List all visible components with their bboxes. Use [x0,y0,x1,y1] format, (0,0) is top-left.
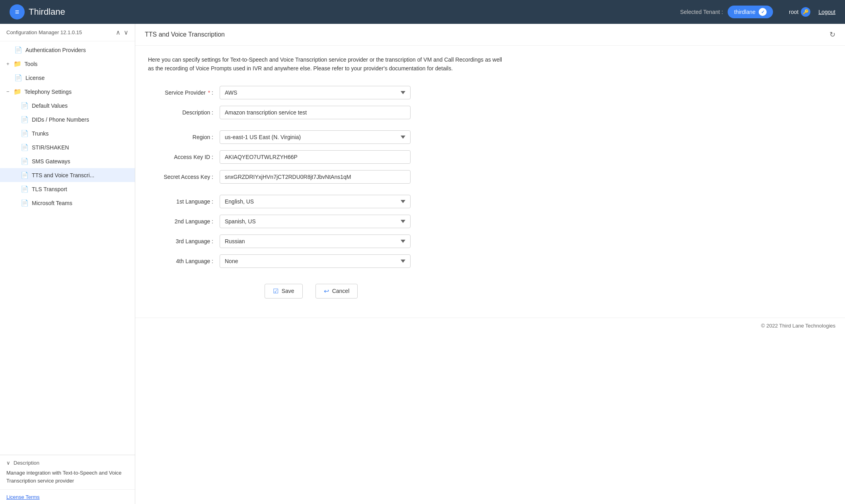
service-provider-control: AWS Google Azure None [220,86,411,99]
folder-icon: 📁 [14,88,21,95]
collapse-up-icon[interactable]: ∧ [116,29,121,36]
save-label: Save [282,288,294,294]
sidebar-footer: License Terms [0,489,135,504]
form-spacer-2 [148,190,474,195]
main-layout: Configuration Manager 12.1.0.15 ∧ ∨ 📄 Au… [0,24,845,504]
secret-access-key-row: Secret Access Key : [148,170,474,184]
access-key-id-row: Access Key ID : [148,150,474,164]
sidebar-nav: 📄 Authentication Providers + 📁 Tools 📄 L… [0,41,135,455]
sidebar-item-label: Tools [25,61,38,67]
username: root [789,9,798,15]
lang4-row: 4th Language : None Russian French Germa… [148,254,474,268]
sidebar-description-toggle[interactable]: ∨ Description [6,460,129,466]
sidebar-item-tools[interactable]: + 📁 Tools [0,57,135,71]
tenant-selector-area: Selected Tenant : thirdlane ✓ [680,6,773,18]
lang2-control: None Spanish, US French German [220,215,411,228]
secret-access-key-input[interactable] [220,170,411,184]
sidebar-item-label: Default Values [32,103,68,109]
sidebar-item-tts-voice[interactable]: 📄 TTS and Voice Transcri... [0,168,135,182]
content-header: TTS and Voice Transcription ↻ [135,24,845,46]
service-provider-select[interactable]: AWS Google Azure None [220,86,411,99]
collapse-down-icon[interactable]: ∨ [124,29,129,36]
doc-icon: 📄 [21,116,29,123]
sidebar-item-trunks[interactable]: 📄 Trunks [0,126,135,140]
doc-icon: 📄 [21,157,29,165]
lang3-control: None Russian French German [220,235,411,248]
license-link[interactable]: License Terms [6,494,40,500]
region-label: Region : [148,134,220,140]
sidebar-item-label: TLS Transport [32,186,67,192]
secret-access-key-label: Secret Access Key : [148,174,220,180]
access-key-id-input[interactable] [220,150,411,164]
sidebar-item-label: Authentication Providers [25,47,86,53]
region-control: us-east-1 US East (N. Virginia) us-west-… [220,130,411,144]
access-key-id-label: Access Key ID : [148,154,220,160]
sidebar-item-label: Microsoft Teams [32,200,72,206]
content-footer: © 2022 Third Lane Technologies [135,318,845,333]
folder-icon: 📁 [14,60,21,68]
doc-icon: 📄 [21,102,29,109]
cancel-icon: ↩ [324,287,329,295]
doc-icon: 📄 [21,130,29,137]
sidebar-item-label: Telephony Settings [25,89,72,95]
content-body: Here you can specify settings for Text-t… [135,46,845,318]
tenant-dropdown[interactable]: thirdlane ✓ [728,6,773,18]
user-info: root 🔑 [789,7,810,17]
expand-icon: + [6,61,10,67]
doc-icon: 📄 [21,199,29,207]
description-input[interactable] [220,106,411,119]
lang4-label: 4th Language : [148,258,220,264]
doc-icon: 📄 [21,171,29,179]
description-chevron-icon: ∨ [6,460,10,466]
sidebar-item-label: DIDs / Phone Numbers [32,116,89,123]
sidebar-item-default-values[interactable]: 📄 Default Values [0,99,135,112]
form-spacer [148,126,474,130]
sidebar-item-auth-providers[interactable]: 📄 Authentication Providers [0,43,135,57]
lang4-select[interactable]: None Russian French German [220,254,411,268]
lang3-row: 3rd Language : None Russian French Germa… [148,235,474,248]
sidebar-item-tls-transport[interactable]: 📄 TLS Transport [0,182,135,196]
sidebar-description-section: ∨ Description Manage integration with Te… [0,455,135,489]
sidebar-title: Configuration Manager 12.1.0.15 [6,29,82,35]
settings-form: Service Provider * : AWS Google Azure No… [148,86,474,308]
sidebar: Configuration Manager 12.1.0.15 ∧ ∨ 📄 Au… [0,24,135,504]
collapse-icon: − [6,89,10,95]
lang2-select[interactable]: None Spanish, US French German [220,215,411,228]
save-button[interactable]: ☑ Save [265,284,303,299]
lang3-label: 3rd Language : [148,238,220,244]
cancel-button[interactable]: ↩ Cancel [315,284,358,299]
sidebar-item-license[interactable]: 📄 License [0,71,135,85]
sidebar-controls: ∧ ∨ [116,29,129,36]
copyright-text: © 2022 Third Lane Technologies [761,323,835,329]
sidebar-item-stir-shaken[interactable]: 📄 STIR/SHAKEN [0,140,135,154]
required-indicator: * [208,89,210,96]
sidebar-item-telephony-settings[interactable]: − 📁 Telephony Settings [0,85,135,99]
description-control [220,106,411,119]
lang2-row: 2nd Language : None Spanish, US French G… [148,215,474,228]
description-row: Description : [148,106,474,119]
access-key-id-control [220,150,411,164]
lang1-select[interactable]: English, US English, UK Spanish, US Fren… [220,195,411,208]
logo-area: ≡ Thirdlane [10,4,680,19]
sidebar-item-label: SMS Gateways [32,158,70,165]
doc-icon: 📄 [21,185,29,193]
region-select[interactable]: us-east-1 US East (N. Virginia) us-west-… [220,130,411,144]
lang1-label: 1st Language : [148,198,220,205]
user-avatar-icon: 🔑 [801,7,810,17]
refresh-icon[interactable]: ↻ [829,30,835,39]
description-label-field: Description : [148,109,220,116]
sidebar-item-dids[interactable]: 📄 DIDs / Phone Numbers [0,112,135,126]
lang3-select[interactable]: None Russian French German [220,235,411,248]
lang1-control: English, US English, UK Spanish, US Fren… [220,195,411,208]
content-title: TTS and Voice Transcription [145,31,225,38]
description-label: Description [14,460,39,466]
sidebar-item-label: STIR/SHAKEN [32,144,69,151]
sidebar-item-microsoft-teams[interactable]: 📄 Microsoft Teams [0,196,135,210]
save-icon: ☑ [273,287,278,295]
sidebar-item-sms-gateways[interactable]: 📄 SMS Gateways [0,154,135,168]
tenant-name: thirdlane [734,9,755,15]
main-content: TTS and Voice Transcription ↻ Here you c… [135,24,845,504]
doc-icon: 📄 [14,46,22,54]
logout-button[interactable]: Logout [818,9,835,15]
region-row: Region : us-east-1 US East (N. Virginia)… [148,130,474,144]
